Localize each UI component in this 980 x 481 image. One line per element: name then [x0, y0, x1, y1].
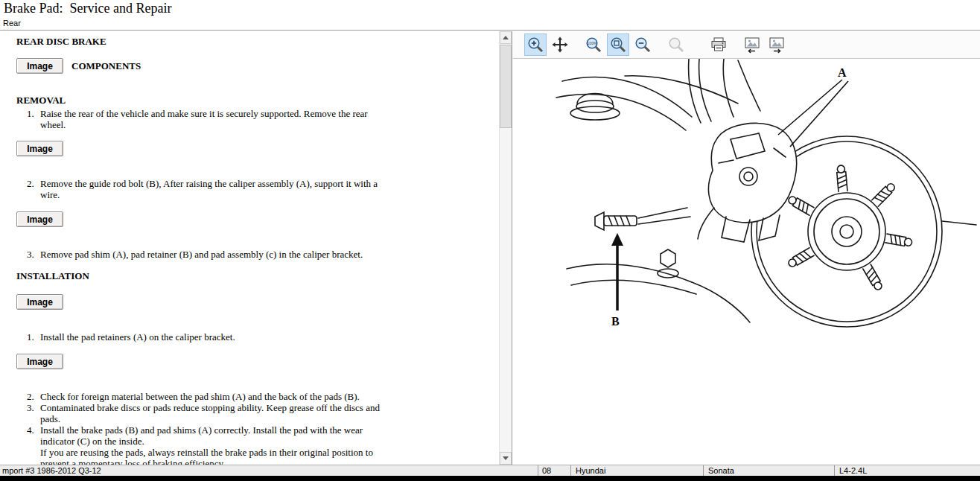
pan-button[interactable] — [549, 34, 571, 56]
triangle-down-icon — [503, 456, 509, 460]
list-text: Contaminated brake discs or pads reduce … — [40, 402, 383, 424]
print-icon — [710, 36, 728, 54]
list-item: 1. Raise the rear of the vehicle and mak… — [16, 108, 411, 130]
list-number: 1. — [16, 331, 40, 343]
removal-heading: REMOVAL — [16, 95, 411, 106]
previous-image-icon — [742, 36, 762, 54]
document-panel: REAR DISC BRAKE Image COMPONENTS REMOVAL… — [0, 31, 512, 465]
status-year: 08 — [538, 465, 570, 477]
list-number: 2. — [16, 178, 40, 200]
zoom-in-icon — [526, 36, 544, 54]
zoom-select-button — [665, 34, 687, 56]
document-content: REAR DISC BRAKE Image COMPONENTS REMOVAL… — [16, 31, 411, 465]
list-number: 4. — [16, 424, 40, 447]
status-bar: mport #3 1986-2012 Q3-12 08 Hyundai Sona… — [0, 465, 980, 476]
components-image-row: Image COMPONENTS — [16, 58, 411, 74]
zoom-select-icon — [667, 36, 685, 54]
header: Brake Pad: Service and Repair Rear — [0, 0, 980, 31]
next-image-button[interactable] — [766, 34, 788, 56]
zoom-fit-button[interactable] — [607, 34, 629, 56]
list-number — [16, 447, 40, 465]
list-number: 1. — [16, 108, 40, 130]
status-model: Sonata — [703, 465, 834, 477]
list-item: 1. Install the pad retainers (A) on the … — [16, 331, 411, 343]
page-subtitle: Rear — [3, 19, 21, 28]
list-text: If you are reusing the pads, always rein… — [40, 447, 383, 465]
image-viewer-panel: 100% — [513, 31, 980, 465]
list-text: Remove pad shim (A), pad retainer (B) an… — [40, 249, 383, 260]
diagram-label-b: B — [611, 315, 620, 328]
list-item: 3. Contaminated brake discs or pads redu… — [16, 402, 411, 424]
list-item-note: If you are reusing the pads, always rein… — [16, 447, 411, 465]
components-label: COMPONENTS — [71, 60, 141, 71]
image-button-installation[interactable]: Image — [16, 294, 63, 310]
scroll-up-button[interactable] — [500, 31, 512, 44]
image-button-installation-1[interactable]: Image — [16, 354, 63, 369]
page-title: Brake Pad: Service and Repair — [4, 1, 171, 16]
print-button[interactable] — [707, 34, 730, 56]
image-button-removal-1[interactable]: Image — [16, 141, 63, 156]
zoom-100-icon: 100% — [585, 36, 602, 54]
previous-image-button[interactable] — [741, 34, 763, 56]
list-item: 2. Remove the guide rod bolt (B), After … — [16, 178, 411, 200]
list-item: 3. Remove pad shim (A), pad retainer (B)… — [16, 249, 411, 260]
zoom-out-button[interactable] — [631, 34, 654, 56]
zoom-out-icon — [634, 36, 652, 54]
diagram-canvas[interactable]: A B — [513, 59, 980, 465]
list-text: Check for foreign material between the p… — [40, 391, 383, 402]
rear-disc-brake-heading: REAR DISC BRAKE — [16, 36, 411, 47]
status-engine: L4-2.4L — [834, 465, 980, 477]
scrollbar-thumb[interactable] — [500, 45, 512, 128]
list-text: Raise the rear of the vehicle and make s… — [40, 108, 383, 130]
list-item: 4. Install the brake pads (B) and pad sh… — [16, 424, 411, 447]
list-text: Install the brake pads (B) and pad shims… — [40, 424, 383, 447]
list-text: Install the pad retainers (A) on the cal… — [40, 331, 383, 343]
zoom-in-button[interactable] — [524, 34, 547, 56]
document-scrollbar[interactable] — [499, 31, 512, 465]
taskbar-strip — [0, 476, 980, 481]
list-item: 2. Check for foreign material between th… — [16, 391, 411, 402]
brake-assembly-diagram: A B — [513, 59, 980, 465]
status-session: mport #3 1986-2012 Q3-12 — [0, 465, 538, 477]
wheel-studs — [787, 165, 913, 292]
installation-heading: INSTALLATION — [16, 271, 411, 281]
diagram-label-a: A — [838, 66, 847, 79]
list-number: 3. — [16, 402, 40, 424]
triangle-up-icon — [503, 36, 509, 39]
pan-icon — [551, 36, 569, 54]
viewer-toolbar: 100% — [513, 31, 980, 59]
next-image-icon — [767, 36, 786, 54]
image-button-components[interactable]: Image — [16, 58, 63, 74]
image-button-removal-2[interactable]: Image — [16, 211, 63, 227]
app-window: Brake Pad: Service and Repair Rear REAR … — [0, 0, 980, 481]
list-number: 2. — [16, 391, 40, 402]
zoom-fit-icon — [609, 36, 627, 54]
svg-text:100%: 100% — [587, 41, 597, 45]
zoom-100-button[interactable]: 100% — [582, 34, 605, 56]
list-text: Remove the guide rod bolt (B), After rai… — [40, 178, 383, 200]
list-number: 3. — [16, 249, 40, 260]
status-make: Hyundai — [570, 465, 703, 477]
scroll-down-button[interactable] — [500, 452, 512, 465]
